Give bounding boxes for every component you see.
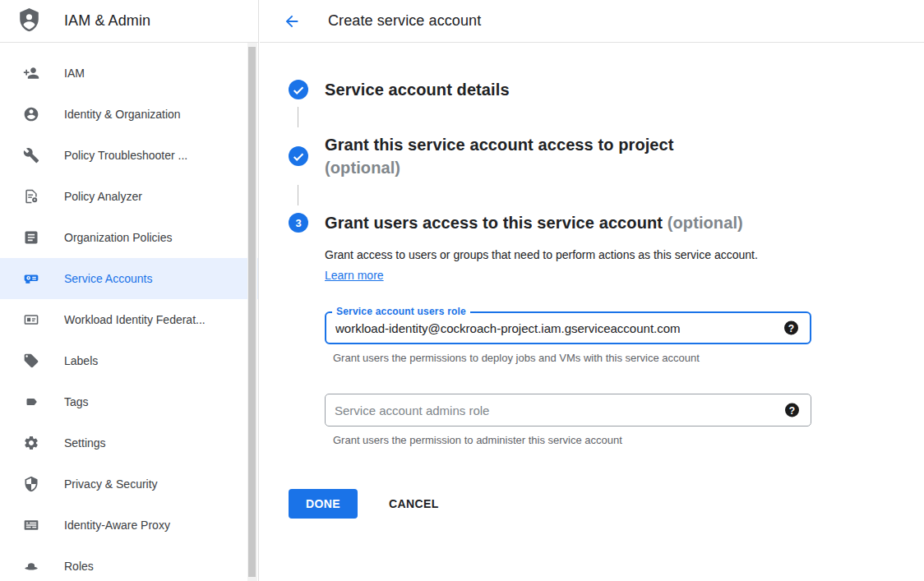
sidebar-item-label: Service Accounts	[64, 272, 152, 285]
sidebar-item-label: Settings	[64, 436, 106, 450]
person-add-icon	[23, 65, 39, 81]
sidebar-item-privacy-security[interactable]: Privacy & Security	[0, 463, 258, 505]
check-circle-icon	[289, 80, 308, 99]
badge-card-icon	[23, 311, 39, 328]
shield-half-icon	[23, 476, 39, 492]
sidebar-nav: IAM Identity & Organization Policy Troub…	[0, 43, 258, 581]
optional-label: (optional)	[668, 214, 743, 232]
label-tag-icon	[23, 353, 39, 369]
article-icon	[23, 229, 39, 246]
step-title: Grant users access to this service accou…	[325, 211, 743, 234]
sidebar-scrollbar-track	[247, 43, 257, 581]
field-label: Service account users role	[332, 306, 470, 317]
sidebar-item-tags[interactable]: Tags	[0, 381, 258, 422]
sidebar-item-label: Identity & Organization	[64, 108, 181, 121]
sidebar: IAM & Admin IAM Identity & Organization …	[0, 0, 259, 581]
optional-label: (optional)	[325, 156, 674, 179]
step-title: Service account details	[325, 78, 510, 101]
sidebar-header: IAM & Admin	[0, 0, 258, 43]
sidebar-item-policy-troubleshooter[interactable]: Policy Troubleshooter ...	[0, 135, 258, 176]
step-3-body: Grant access to users or groups that nee…	[289, 245, 924, 446]
step-number-badge: 3	[289, 213, 308, 233]
wrench-icon	[23, 147, 39, 164]
step-title: Grant this service account access to pro…	[325, 133, 674, 179]
sidebar-item-label: Workload Identity Federat...	[64, 313, 206, 326]
field-helper-text: Grant users the permission to administer…	[333, 434, 924, 446]
field-helper-text: Grant users the permissions to deploy jo…	[333, 352, 924, 364]
sidebar-scrollbar-thumb[interactable]	[248, 47, 256, 577]
done-button[interactable]: DONE	[289, 489, 358, 519]
sidebar-item-policy-analyzer[interactable]: Policy Analyzer	[0, 176, 258, 217]
step-2-grant-access-to-project: Grant this service account access to pro…	[289, 133, 924, 179]
sidebar-item-labels[interactable]: Labels	[0, 340, 258, 381]
back-arrow-icon[interactable]	[282, 12, 302, 31]
sidebar-item-label: Tags	[64, 395, 89, 408]
create-service-account-form: Service account details Grant this servi…	[260, 43, 924, 519]
sidebar-item-label: Roles	[64, 560, 94, 573]
page-header: Create service account	[260, 0, 924, 43]
sidebar-item-label: Policy Troubleshooter ...	[64, 149, 187, 162]
sidebar-item-organization-policies[interactable]: Organization Policies	[0, 217, 258, 258]
cancel-button[interactable]: CANCEL	[382, 489, 446, 519]
sidebar-item-label: IAM	[64, 67, 85, 80]
sidebar-item-iam[interactable]: IAM	[0, 53, 258, 94]
iam-admin-shield-icon	[16, 7, 43, 35]
tag-arrow-icon	[23, 394, 39, 410]
sidebar-item-identity-aware-proxy[interactable]: Identity-Aware Proxy	[0, 505, 258, 546]
step-1-service-account-details: Service account details	[289, 78, 924, 101]
step-description: Grant access to users or groups that nee…	[325, 245, 789, 286]
sidebar-item-workload-identity-federation[interactable]: Workload Identity Federat...	[0, 299, 258, 340]
sidebar-item-roles[interactable]: Roles	[0, 546, 258, 581]
page-title: Create service account	[328, 12, 481, 30]
step-3-grant-users-access: 3 Grant users access to this service acc…	[289, 211, 924, 234]
sidebar-item-identity-organization[interactable]: Identity & Organization	[0, 94, 258, 135]
account-circle-icon	[23, 106, 39, 122]
gear-icon	[23, 435, 39, 451]
service-account-admins-role-field	[325, 394, 811, 427]
form-actions: DONE CANCEL	[289, 489, 924, 519]
policy-analyzer-icon	[23, 188, 39, 205]
sidebar-item-label: Privacy & Security	[64, 477, 158, 491]
learn-more-link[interactable]: Learn more	[325, 269, 384, 282]
sidebar-item-settings[interactable]: Settings	[0, 422, 258, 463]
service-account-icon	[23, 270, 39, 287]
sidebar-item-label: Labels	[64, 354, 98, 367]
help-icon[interactable]	[785, 403, 799, 417]
check-circle-icon	[289, 146, 308, 166]
service-account-users-role-field: Service account users role	[325, 311, 811, 344]
sidebar-item-label: Identity-Aware Proxy	[64, 519, 170, 532]
proxy-icon	[23, 517, 39, 533]
main-panel: Create service account Service account d…	[260, 0, 924, 581]
product-title: IAM & Admin	[64, 12, 150, 30]
service-account-users-role-input[interactable]	[326, 321, 810, 335]
sidebar-item-label: Policy Analyzer	[64, 190, 142, 203]
sidebar-item-label: Organization Policies	[64, 231, 173, 244]
step-connector	[298, 185, 298, 205]
step-connector	[298, 107, 298, 127]
sidebar-item-service-accounts[interactable]: Service Accounts	[0, 258, 258, 299]
gcp-console: IAM & Admin IAM Identity & Organization …	[0, 0, 924, 581]
help-icon[interactable]	[784, 321, 798, 335]
service-account-admins-role-input[interactable]	[326, 403, 811, 417]
hat-icon	[23, 558, 39, 574]
